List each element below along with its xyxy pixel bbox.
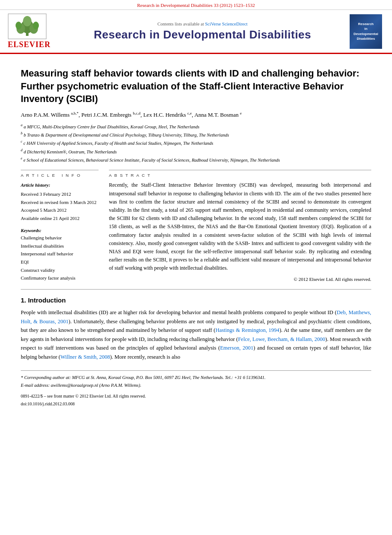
- ref-willner[interactable]: Willner & Smith, 2008: [61, 354, 110, 360]
- copyright: © 2012 Elsevier Ltd. All rights reserved…: [109, 277, 371, 282]
- kw-5: Construct validity: [21, 266, 99, 274]
- keywords-label: Keywords:: [21, 228, 99, 233]
- affil-e: e e School of Educational Sciences, Beha…: [21, 156, 371, 164]
- footnote-star-text: * Corresponding author at: MFCG at St. A…: [21, 375, 265, 380]
- affil-d: d d Dichterbij Kennism®, Oostrum, The Ne…: [21, 148, 371, 156]
- left-column: A R T I C L E I N F O Article history: R…: [21, 170, 99, 282]
- ref-felce[interactable]: Felce, Lowe, Beecham, & Hallam, 2000: [238, 336, 325, 342]
- footer-doi: doi:10.1016/j.ridd.2012.03.008: [21, 401, 371, 408]
- sciverse-text: Contents lists available at SciVerse Sci…: [60, 22, 345, 26]
- journal-header: ELSEVIER Contents lists available at Sci…: [0, 10, 392, 54]
- replicating-word: replicating: [317, 248, 339, 255]
- ref-emerson[interactable]: Emerson, 2001: [220, 345, 253, 351]
- ref-hastings[interactable]: Hastings & Remington, 1994: [215, 327, 279, 333]
- journal-cover: ResearchinDevelopmentalDisabilities: [350, 14, 384, 49]
- article-info-label: A R T I C L E I N F O: [21, 173, 99, 178]
- right-column: A B S T R A C T Recently, the Staff-Clie…: [109, 170, 371, 282]
- info-abstract-section: A R T I C L E I N F O Article history: R…: [21, 170, 371, 282]
- kw-6: Confirmatory factor analysis: [21, 274, 99, 282]
- journal-cover-box: ResearchinDevelopmentalDisabilities: [350, 14, 382, 49]
- footnote-email-line: E-mail address: awillems@koraalgroep.nl …: [21, 382, 371, 389]
- abstract-label: A B S T R A C T: [109, 173, 371, 178]
- abstract-text: Recently, the Staff-Client Interactive B…: [109, 181, 371, 272]
- journal-reference: Research in Developmental Disabilities 3…: [0, 0, 392, 10]
- footnote-section: * Corresponding author at: MFCG at St. A…: [21, 370, 371, 408]
- elsevier-tree-icon: [8, 13, 47, 39]
- author-willems: Arno P.A.M. Willems a,b,*: [21, 111, 79, 118]
- author-hendriks: Lex H.C. Hendriks c,e: [143, 111, 191, 118]
- ref-deb[interactable]: Deb, Matthews, Holt, & Bouras, 2001: [21, 309, 371, 325]
- date-received: Received 3 February 2012: [21, 190, 99, 198]
- svg-point-6: [16, 22, 22, 29]
- elsevier-label: ELSEVIER: [8, 40, 51, 49]
- article-history-label: Article history:: [21, 181, 99, 189]
- journal-title: Research in Developmental Disabilities: [60, 28, 345, 41]
- author-bosman: Anna M.T. Bosman e: [194, 111, 242, 118]
- affil-a: a a MFCG, Multi-Disciplinary Centre for …: [21, 123, 371, 131]
- footnote-email[interactable]: awillems@koraalgroep.nl: [51, 383, 98, 388]
- sciverse-link[interactable]: SciVerse ScienceDirect: [205, 22, 247, 26]
- intro-text: People with intellectual disabilities (I…: [21, 308, 371, 362]
- kw-4: EQI: [21, 258, 99, 266]
- svg-point-5: [23, 16, 32, 26]
- date-revised: Received in revised form 3 March 2012: [21, 198, 99, 207]
- footnote-star-line: * Corresponding author at: MFCG at St. A…: [21, 374, 371, 382]
- svg-point-7: [33, 22, 39, 29]
- footer-info: 0891-4222/$ – see front matter © 2012 El…: [21, 393, 371, 408]
- author-embregts: Petri J.C.M. Embregts b,c,d: [81, 111, 140, 118]
- intro-heading: 1. Introduction: [21, 296, 371, 304]
- footnote-email-name: (Arno P.A.M. Willems).: [99, 383, 141, 388]
- journal-title-section: Contents lists available at SciVerse Sci…: [60, 22, 345, 41]
- date-online: Available online 21 April 2012: [21, 214, 99, 223]
- elsevier-logo-section: ELSEVIER: [8, 13, 55, 49]
- keywords-section: Keywords: Challenging behavior Intellect…: [21, 228, 99, 282]
- kw-3: Interpersonal staff behavior: [21, 250, 99, 258]
- authors-line: Arno P.A.M. Willems a,b,*, Petri J.C.M. …: [21, 111, 371, 119]
- article-title: Measuring staff behavior towards clients…: [21, 67, 371, 105]
- affiliations: a a MFCG, Multi-Disciplinary Centre for …: [21, 123, 371, 164]
- footer-issn: 0891-4222/$ – see front matter © 2012 El…: [21, 393, 371, 400]
- elsevier-logo: ELSEVIER: [8, 13, 55, 49]
- affil-c: c c HAN University of Applied Sciences, …: [21, 139, 371, 147]
- section-divider: [21, 289, 371, 290]
- main-content: Measuring staff behavior towards clients…: [0, 54, 392, 417]
- kw-1: Challenging behavior: [21, 234, 99, 242]
- journal-ref-text: Research in Developmental Disabilities 3…: [137, 3, 255, 8]
- kw-2: Intellectual disabilities: [21, 242, 99, 250]
- article-info: Article history: Received 3 February 201…: [21, 181, 99, 222]
- affil-b: b b Tranzo & Department of Developmental…: [21, 131, 371, 139]
- footnote-email-label: E-mail address:: [21, 383, 51, 388]
- date-accepted: Accepted 5 March 2012: [21, 206, 99, 214]
